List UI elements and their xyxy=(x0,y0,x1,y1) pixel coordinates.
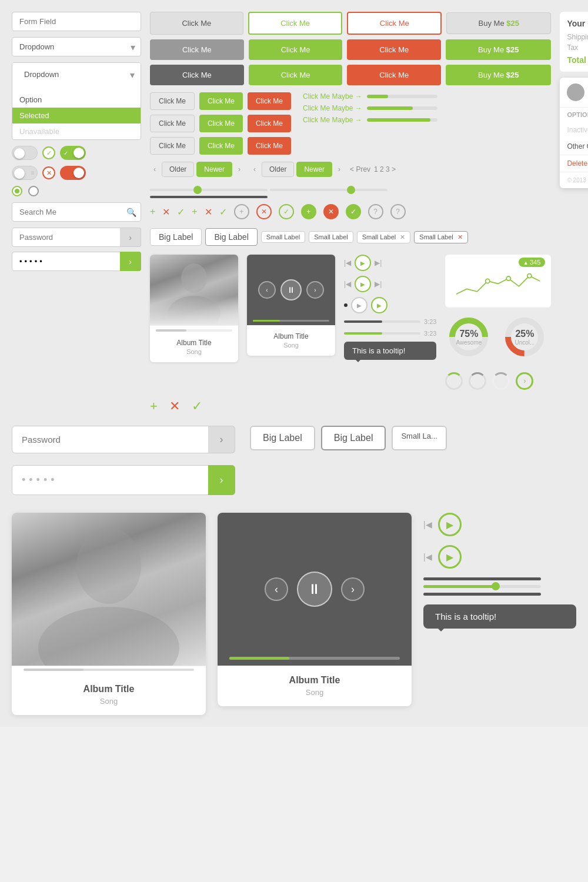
br-skip-start-2[interactable]: |◀ xyxy=(423,552,432,562)
tag-small-4[interactable]: Small Label ✕ xyxy=(414,231,468,243)
pag-prev-text[interactable]: < Prev xyxy=(350,165,370,173)
toggle-off-1[interactable]: II xyxy=(12,146,38,160)
btn-sm-green-1[interactable]: Click Me xyxy=(199,92,243,110)
pag-next-arrow-1[interactable]: › xyxy=(235,162,244,176)
circle-x-fill[interactable]: ✕ xyxy=(323,204,339,219)
pag-prev-arrow-1[interactable]: ‹ xyxy=(150,162,159,176)
br-play-1[interactable]: ▶ xyxy=(438,513,462,536)
range-slider-2[interactable] xyxy=(270,189,387,191)
btn-sm-green-3[interactable]: Click Me xyxy=(199,137,243,155)
range-slider-1[interactable] xyxy=(150,189,268,191)
toggle-on[interactable]: ✓ xyxy=(60,146,86,160)
br-skip-start[interactable]: |◀ xyxy=(423,520,432,529)
btn-buy-green-2[interactable]: Buy Me $25 xyxy=(446,65,551,85)
action-check-icon[interactable]: ✓ xyxy=(192,399,202,414)
btn-click-1[interactable]: Click Me xyxy=(150,12,243,35)
circle-plus-fill[interactable]: + xyxy=(301,204,316,219)
circle-x[interactable]: ✕ xyxy=(256,204,272,219)
password-arrow-btn-2[interactable]: › xyxy=(120,252,141,271)
btn-sm-green-2[interactable]: Click Me xyxy=(199,115,243,132)
skip-start-icon-2[interactable]: |◀ xyxy=(344,280,351,288)
tag-close-icon-2[interactable]: ✕ xyxy=(457,233,463,240)
password-arrow-btn-1[interactable]: › xyxy=(120,228,141,247)
action-plus-icon[interactable]: + xyxy=(150,399,158,414)
form-field-input[interactable] xyxy=(12,12,141,31)
action-x-icon[interactable]: ✕ xyxy=(169,399,180,414)
circle-check[interactable]: ✓ xyxy=(279,204,294,219)
btn-click-red-2[interactable]: Click Me xyxy=(347,65,441,85)
circle-question-2[interactable]: ? xyxy=(390,204,406,219)
dropdown-list-select[interactable]: Dropdown xyxy=(17,65,136,83)
btn-buy-1[interactable]: Buy Me $25 xyxy=(446,12,551,34)
radio-selected[interactable] xyxy=(12,186,22,196)
skip-end-icon-2[interactable]: ▶| xyxy=(375,280,382,288)
play-btn-3[interactable]: ▶ xyxy=(351,297,368,313)
btn-sm-2[interactable]: Click Me xyxy=(150,115,195,132)
checkbox-x[interactable]: ✕ xyxy=(42,166,55,179)
circle-btn-green[interactable]: › xyxy=(516,372,533,390)
click-maybe-3[interactable]: Click Me Maybe → xyxy=(303,116,362,124)
large-password-input-1[interactable] xyxy=(12,426,235,453)
large-next-btn[interactable]: › xyxy=(341,577,365,601)
search-input[interactable] xyxy=(12,202,141,222)
btn-click-3[interactable]: Click Me xyxy=(150,65,244,85)
br-play-2[interactable]: ▶ xyxy=(438,545,462,569)
click-maybe-1[interactable]: Click Me Maybe → xyxy=(303,92,362,101)
check-icon-green[interactable]: ✓ xyxy=(177,206,185,218)
pag-newer-1[interactable]: Newer xyxy=(196,162,232,177)
large-small-tag[interactable]: Small La... xyxy=(392,426,446,450)
x-icon-2[interactable]: ✕ xyxy=(205,206,212,218)
btn-sm-red-3[interactable]: Click Me xyxy=(248,137,291,155)
plus-icon-green[interactable]: + xyxy=(150,206,155,217)
large-tag-2[interactable]: Big Label xyxy=(321,426,386,450)
dropdown-option[interactable]: Option xyxy=(12,92,141,108)
next-btn-dark[interactable]: › xyxy=(306,281,324,299)
pag-next-arrow-2[interactable]: › xyxy=(335,162,344,176)
play-btn-1[interactable]: ▶ xyxy=(355,255,371,271)
dropdown-select[interactable]: Dropdown Option Selected Unavailable xyxy=(12,37,141,56)
play-btn-2[interactable]: ▶ xyxy=(355,276,371,292)
dm-other-option[interactable]: Other Option xyxy=(560,138,588,155)
circle-plus[interactable]: + xyxy=(234,204,249,219)
large-password-arrow-1[interactable]: › xyxy=(208,426,235,453)
tag-small-3[interactable]: Small Label ✕ xyxy=(357,231,411,243)
toggle-off-2[interactable]: II xyxy=(12,166,38,180)
large-password-input-2[interactable] xyxy=(12,465,235,495)
tag-big-1[interactable]: Big Label xyxy=(150,228,202,246)
skip-end-icon-1[interactable]: ▶| xyxy=(375,259,382,267)
pag-prev-arrow-2[interactable]: ‹ xyxy=(250,162,259,176)
prev-btn-dark[interactable]: ‹ xyxy=(258,281,276,299)
play-btn-4[interactable]: ▶ xyxy=(371,297,387,313)
checkbox-checked[interactable]: ✓ xyxy=(42,146,55,159)
tag-small-1[interactable]: Small Label xyxy=(261,231,305,243)
circle-question-1[interactable]: ? xyxy=(368,204,383,219)
btn-sm-3[interactable]: Click Me xyxy=(150,137,195,155)
dm-delete-account[interactable]: Delete Account xyxy=(560,155,588,172)
btn-click-green-outline[interactable]: Click Me xyxy=(248,12,343,35)
btn-sm-1[interactable]: Click Me xyxy=(150,92,195,110)
tag-big-2[interactable]: Big Label xyxy=(205,228,257,246)
click-maybe-2[interactable]: Click Me Maybe → xyxy=(303,104,362,112)
large-prev-btn[interactable]: ‹ xyxy=(265,577,288,601)
large-password-arrow-2[interactable]: › xyxy=(208,465,235,495)
radio-unselected[interactable] xyxy=(28,186,39,196)
btn-sm-red-2[interactable]: Click Me xyxy=(248,115,291,132)
btn-click-red-1[interactable]: Click Me xyxy=(347,39,441,60)
large-pause-btn[interactable]: ⏸ xyxy=(297,572,332,607)
skip-start-icon[interactable]: |◀ xyxy=(344,259,351,267)
btn-click-red-outline[interactable]: Click Me xyxy=(347,12,442,35)
pag-older-1[interactable]: Older xyxy=(162,162,194,177)
pause-btn-dark[interactable]: ⏸ xyxy=(280,279,302,300)
btn-buy-green-1[interactable]: Buy Me $25 xyxy=(446,39,551,60)
btn-click-green-2[interactable]: Click Me xyxy=(249,65,343,85)
dropdown-option-selected[interactable]: Selected xyxy=(12,108,141,123)
circle-check-fill[interactable]: ✓ xyxy=(346,204,361,219)
pag-newer-2[interactable]: Newer xyxy=(296,162,332,177)
pag-older-2[interactable]: Older xyxy=(262,162,294,177)
check-icon-2[interactable]: ✓ xyxy=(219,206,227,218)
tag-small-2[interactable]: Small Label xyxy=(309,231,353,243)
x-icon-red[interactable]: ✕ xyxy=(162,206,170,218)
plus-icon-2[interactable]: + xyxy=(192,206,197,217)
btn-click-green-1[interactable]: Click Me xyxy=(249,39,343,60)
large-tag-1[interactable]: Big Label xyxy=(250,426,315,450)
